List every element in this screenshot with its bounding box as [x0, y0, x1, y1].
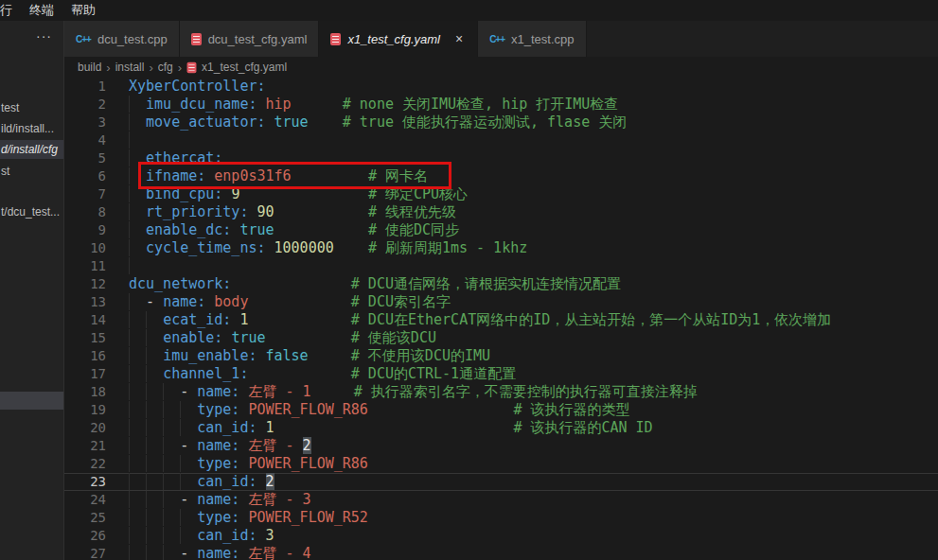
code-token: [129, 293, 146, 310]
comment-token: # DCU在EtherCAT网络中的ID，从主站开始，第一个从站ID为1，依次增…: [351, 311, 832, 328]
sidebar-item[interactable]: d/install/cfg: [0, 140, 63, 159]
code-token: [257, 96, 265, 113]
breadcrumb-item[interactable]: cfg: [158, 61, 173, 74]
code-token: [309, 114, 343, 131]
code-token: bind_cpu:: [146, 185, 222, 202]
code-token: rt_priority:: [146, 203, 248, 220]
code-token: [205, 293, 214, 310]
code-token: [129, 114, 146, 131]
line-number: 11: [64, 257, 106, 275]
code-line[interactable]: 26 can_id: 3: [64, 527, 938, 545]
breadcrumb-item[interactable]: install: [115, 61, 145, 74]
code-line[interactable]: 24 - name: 左臂 - 3: [64, 491, 938, 509]
code-token: [274, 419, 514, 436]
code-token: ecat_id:: [163, 311, 231, 328]
code-text: - name: 左臂 - 1 # 执行器索引名字，不需要控制的执行器可直接注释掉: [106, 383, 698, 401]
code-line[interactable]: 7 bind_cpu: 9 # 绑定CPU核心: [64, 185, 938, 203]
line-number: 9: [64, 221, 106, 239]
code-token: 90: [257, 203, 274, 220]
code-token: can_id:: [197, 473, 257, 490]
sidebar-item[interactable]: ild/install...: [0, 119, 63, 138]
code-line[interactable]: 3 move_actuator: true # true 使能执行器运动测试, …: [64, 114, 938, 131]
line-number: 16: [64, 347, 106, 365]
menu-item[interactable]: 终端: [21, 0, 62, 21]
code-token: 3: [266, 527, 274, 544]
code-token: [129, 527, 197, 544]
editor-tab[interactable]: x1_test_cfg.yaml×: [319, 21, 478, 57]
code-token: [205, 167, 214, 184]
code-line[interactable]: 6 ifname: enp0s31f6 # 网卡名: [64, 167, 938, 185]
code-line[interactable]: 25 type: POWER_FLOW_R52: [64, 509, 938, 527]
code-token: 2: [303, 437, 311, 454]
more-actions-icon[interactable]: ···: [36, 28, 52, 44]
code-line[interactable]: 17 channel_1: # DCU的CTRL-1通道配置: [64, 365, 938, 383]
code-token: -: [180, 383, 197, 400]
editor-tab[interactable]: C++dcu_test.cpp: [64, 21, 180, 57]
code-line[interactable]: 21 - name: 左臂 - 2: [64, 437, 938, 455]
code-line[interactable]: 10 cycle_time_ns: 1000000 # 刷新周期1ms - 1k…: [64, 239, 938, 257]
code-line[interactable]: 5 ethercat:: [64, 149, 938, 167]
yaml-icon: [330, 33, 341, 45]
code-line[interactable]: 19 type: POWER_FLOW_R86 # 该执行器的类型: [64, 401, 938, 419]
code-token: [248, 293, 350, 310]
code-line[interactable]: 8 rt_priority: 90 # 线程优先级: [64, 203, 938, 221]
breadcrumb-file[interactable]: x1_test_cfg.yaml: [202, 61, 287, 74]
code-text: ecat_id: 1 # DCU在EtherCAT网络中的ID，从主站开始，第一…: [106, 311, 831, 329]
line-number: 10: [64, 239, 106, 257]
breadcrumb: build›install›cfg›x1_test_cfg.yaml: [64, 57, 938, 78]
code-line[interactable]: 22 type: POWER_FLOW_R86: [64, 455, 938, 473]
code-line[interactable]: 18 - name: 左臂 - 1 # 执行器索引名字，不需要控制的执行器可直接…: [64, 383, 938, 401]
code-line[interactable]: 23 can_id: 2: [64, 473, 938, 491]
code-token: [129, 401, 197, 418]
comment-token: # 刷新周期1ms - 1khz: [368, 239, 527, 256]
code-token: type:: [197, 509, 239, 526]
line-number: 24: [64, 491, 106, 509]
editor-tab[interactable]: dcu_test_cfg.yaml: [180, 21, 320, 57]
code-token: imu_dcu_name:: [146, 96, 257, 113]
sidebar-item[interactable]: t/dcu_test...: [0, 202, 63, 221]
code-line[interactable]: 2 imu_dcu_name: hip # none 关闭IMU检查, hip …: [64, 96, 938, 114]
code-line[interactable]: 9 enable_dc: true # 使能DC同步: [64, 221, 938, 239]
sidebar-item[interactable]: st: [0, 162, 63, 181]
code-line[interactable]: 4: [64, 131, 938, 149]
code-text: ethercat:: [106, 149, 222, 167]
code-token: [129, 203, 146, 220]
code-token: [274, 203, 368, 220]
code-line[interactable]: 1XyberController:: [64, 78, 938, 96]
code-token: cycle_time_ns:: [146, 239, 265, 256]
code-token: name:: [197, 383, 239, 400]
sidebar-item[interactable]: test: [0, 98, 63, 117]
code-token: true: [274, 114, 309, 131]
code-line[interactable]: 20 can_id: 1 # 该执行器的CAN ID: [64, 419, 938, 437]
code-text: dcu_network: # DCU通信网络，请根据实机连接情况配置: [106, 275, 621, 293]
comment-token: # none 关闭IMU检查, hip 打开IMU检查: [343, 96, 619, 113]
code-line[interactable]: 14 ecat_id: 1 # DCU在EtherCAT网络中的ID，从主站开始…: [64, 311, 938, 329]
code-line[interactable]: 12dcu_network: # DCU通信网络，请根据实机连接情况配置: [64, 275, 938, 293]
code-token: [231, 275, 350, 292]
editor-tab[interactable]: C++x1_test.cpp: [478, 21, 586, 57]
code-token: [274, 221, 368, 238]
code-token: name:: [197, 545, 239, 560]
code-text: [106, 257, 146, 275]
code-token: [311, 383, 354, 400]
comment-token: # true 使能执行器运动测试, flase 关闭: [343, 114, 627, 131]
code-token: [248, 311, 350, 328]
line-number: 21: [64, 437, 106, 455]
close-icon[interactable]: ×: [452, 31, 466, 46]
code-line[interactable]: 16 imu_enable: false # 不使用该DCU的IMU: [64, 347, 938, 365]
breadcrumb-item[interactable]: build: [78, 61, 101, 74]
code-token: type:: [197, 455, 239, 472]
code-line[interactable]: 13 - name: body # DCU索引名字: [64, 293, 938, 311]
code-token: [129, 167, 146, 184]
menu-item[interactable]: 帮助: [62, 0, 104, 21]
code-token: name:: [197, 491, 239, 508]
line-number: 15: [64, 329, 106, 347]
code-line[interactable]: 27 - name: 左臂 - 4: [64, 545, 938, 560]
code-line[interactable]: 11: [64, 257, 938, 275]
code-editor[interactable]: 1XyberController:2 imu_dcu_name: hip # n…: [64, 78, 938, 560]
line-number: 27: [64, 545, 106, 560]
code-line[interactable]: 15 enable: true # 使能该DCU: [64, 329, 938, 347]
code-token: [129, 131, 146, 149]
code-token: [129, 473, 197, 490]
menu-item[interactable]: 行: [0, 0, 21, 21]
